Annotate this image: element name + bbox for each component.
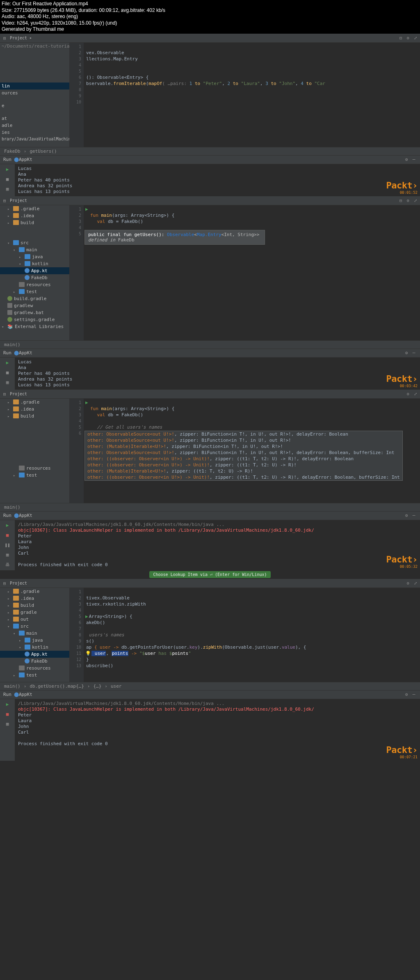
run-button[interactable]: ▶ xyxy=(4,359,11,367)
line-gutter: 12345678910111213 xyxy=(70,588,84,682)
code-editor[interactable]: 12345678910 vex.Observable llections.Map… xyxy=(70,43,420,147)
stop-button[interactable]: ■ xyxy=(4,176,11,183)
project-tree[interactable]: .gradle .idea build gradle out src main … xyxy=(0,588,70,682)
project-title[interactable]: Project xyxy=(10,36,27,40)
console-output: /Library/Java/JavaVirtualMachines/jdk1.8… xyxy=(15,520,420,570)
stop-button[interactable]: ■ xyxy=(4,711,11,718)
layout-button[interactable]: ▦ xyxy=(4,551,11,559)
collapse-icon[interactable]: ⊟ xyxy=(398,197,404,203)
minimize-icon[interactable]: ─ xyxy=(411,157,417,163)
packt-watermark: Packt› 00:03:42 xyxy=(386,374,418,388)
stop-button[interactable]: ■ xyxy=(4,369,11,376)
minimize-icon[interactable]: ─ xyxy=(411,350,417,356)
stop-button[interactable]: ■ xyxy=(4,532,11,539)
line-gutter: 123456 xyxy=(70,399,84,503)
layout-button[interactable]: ▦ xyxy=(4,379,11,386)
run-gutter-icon[interactable]: ▶ xyxy=(85,206,88,212)
frame-4: Run ⬤ AppKt ⚙─ ▶ ■ ❚❚ ▦ 🖶 /Library/Java/… xyxy=(0,511,420,690)
console-output: Lucas Ana Peter has 40 points Andrea has… xyxy=(15,358,420,390)
code-editor[interactable]: 12345 ▶fun main(args: Array<String>) { v… xyxy=(70,205,420,340)
gear-icon[interactable]: ⚙ xyxy=(404,513,409,519)
hide-icon[interactable]: ⤢ xyxy=(413,197,418,203)
project-toolbar: ▤ Project ▸ ⊟ ⚙ ⤢ xyxy=(0,34,420,43)
project-icon: ▤ xyxy=(2,580,7,586)
hide-icon[interactable]: ⤢ xyxy=(413,580,418,586)
run-button[interactable]: ▶ xyxy=(4,701,11,708)
chevron-icon[interactable]: ▸ xyxy=(30,36,32,40)
code-completion-popup[interactable]: other: ObservableSource<out U!>!, zipper… xyxy=(84,431,403,481)
layout-button[interactable]: ▦ xyxy=(4,721,11,728)
code-editor[interactable]: 12345678910111213 tivex.Observable tivex… xyxy=(70,588,420,682)
line-gutter: 12345678910 xyxy=(70,43,84,147)
packt-watermark: Packt› 00:01:52 xyxy=(386,180,418,195)
run-toolbar: Run ⬤ AppKt ⚙ ─ xyxy=(0,155,420,164)
run-gutter-icon[interactable]: ▶ xyxy=(85,613,88,620)
hint-banner: Choose Lookup Item via ⏎ (Enter for Win/… xyxy=(149,571,271,578)
gear-icon[interactable]: ⚙ xyxy=(405,35,411,41)
frame-5: Run ⬤ AppKt ⚙─ ▶ ■ ▦ /Library/Java/JavaV… xyxy=(0,690,420,761)
code-editor[interactable]: 123456 ▶fun main(args: Array<String>) { … xyxy=(70,399,420,503)
gear-icon[interactable]: ⚙ xyxy=(405,580,411,586)
run-gutter-icon[interactable]: ▶ xyxy=(85,399,88,406)
collapse-icon[interactable]: ⊟ xyxy=(398,35,404,41)
breadcrumb: main() xyxy=(0,503,420,511)
gear-icon[interactable]: ⚙ xyxy=(404,692,409,698)
minimize-icon[interactable]: ─ xyxy=(411,513,417,519)
pause-button[interactable]: ❚❚ xyxy=(4,542,11,549)
project-tree[interactable]: .gradle .idea build src main java kotlin… xyxy=(0,205,70,340)
run-toolbar: Run ⬤ AppKt ⚙─ xyxy=(0,349,420,358)
frame-3: Run ⬤ AppKt ⚙─ ▶ ■ ▦ Lucas Ana Peter has… xyxy=(0,349,420,511)
run-button[interactable]: ▶ xyxy=(4,522,11,529)
frame-1: ▤ Project ▸ ⊟ ⚙ ⤢ ~/Documents/react-tuto… xyxy=(0,34,420,155)
project-icon: ▤ xyxy=(2,197,7,203)
layout-button[interactable]: ▦ xyxy=(4,186,11,193)
breadcrumb: FakeDb› getUsers() xyxy=(0,147,420,155)
print-button[interactable]: 🖶 xyxy=(4,561,11,569)
breadcrumb: main()› db.getUsers().map{…}› {…}› user xyxy=(0,682,420,690)
console-output: /Library/Java/JavaVirtualMachines/jdk1.8… xyxy=(15,699,420,761)
run-gutter-buttons: ▶ ■ ▦ xyxy=(0,164,15,196)
project-tree[interactable]: ~/Documents/react-tutoria lin ources e a… xyxy=(0,43,70,147)
run-button[interactable]: ▶ xyxy=(4,166,11,173)
gear-icon[interactable]: ⚙ xyxy=(405,391,411,397)
project-toolbar: ▤ Project ⊟ ⚙ ⤢ xyxy=(0,196,420,205)
project-icon: ▤ xyxy=(2,391,7,397)
console-output: Lucas Ana Peter has 40 points Andrea has… xyxy=(15,164,420,196)
doc-tooltip: public final fun getUsers(): Observable<… xyxy=(84,230,265,245)
breadcrumb: main() xyxy=(0,340,420,349)
bulb-icon[interactable]: 💡 xyxy=(85,650,91,656)
line-gutter: 12345 xyxy=(70,205,84,340)
gear-icon[interactable]: ⚙ xyxy=(404,157,409,163)
project-icon: ▤ xyxy=(2,35,7,41)
hide-icon[interactable]: ⤢ xyxy=(413,391,418,397)
minimize-icon[interactable]: ─ xyxy=(411,692,417,698)
packt-watermark: Packt› 00:05:32 xyxy=(386,554,418,569)
app-path[interactable]: ~/Documents/react-tutoria xyxy=(2,44,70,49)
packt-watermark: Packt› 00:07:21 xyxy=(386,745,418,759)
project-tree[interactable]: .gradle .idea build resources test xyxy=(0,399,70,503)
gear-icon[interactable]: ⚙ xyxy=(405,197,411,203)
project-toolbar: ▤ Project ⚙⤢ xyxy=(0,390,420,399)
gear-icon[interactable]: ⚙ xyxy=(404,350,409,356)
frame-2: Run ⬤ AppKt ⚙ ─ ▶ ■ ▦ Lucas Ana Peter ha… xyxy=(0,155,420,349)
hide-icon[interactable]: ⤢ xyxy=(413,35,418,41)
video-file-info: File: Our First Reactive Application.mp4… xyxy=(0,0,420,34)
